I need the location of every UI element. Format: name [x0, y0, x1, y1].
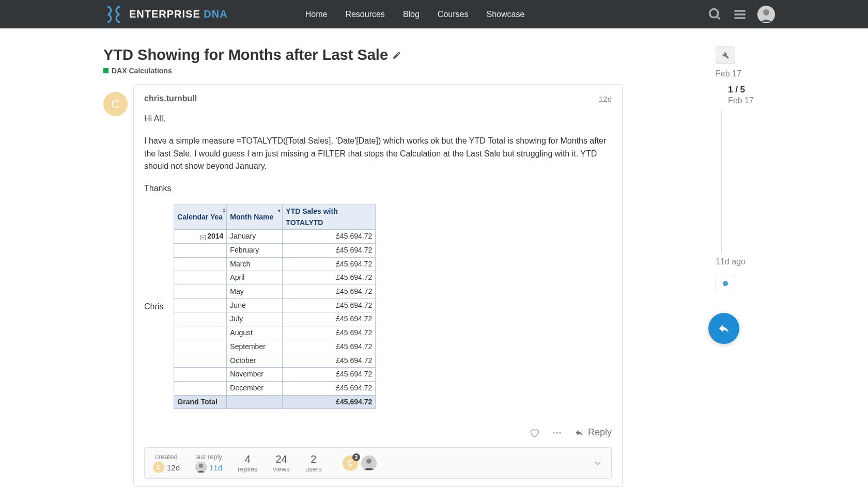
svg-point-2 — [107, 21, 110, 23]
table-header-ytd[interactable]: YTD Sales with TOTALYTD — [283, 204, 376, 229]
topic-stats-bar: created C 12d last reply 11d — [144, 447, 612, 479]
timeline-current-date: Feb 17 — [728, 96, 778, 105]
post-thanks: Thanks — [144, 182, 612, 195]
chevron-down-icon[interactable] — [593, 458, 603, 468]
post-greeting: Hi All, — [144, 113, 612, 125]
table-row: March£45,694.72 — [174, 257, 376, 271]
category-color-badge — [103, 68, 109, 73]
heart-icon[interactable] — [529, 428, 539, 438]
table-row: August£45,694.72 — [174, 326, 376, 340]
reply-arrow-icon — [575, 428, 584, 437]
svg-point-3 — [118, 21, 120, 23]
timeline-start-date[interactable]: Feb 17 — [716, 69, 778, 78]
reply-fab-button[interactable] — [708, 313, 739, 344]
participant-avatar-2[interactable] — [361, 455, 377, 471]
svg-line-5 — [717, 16, 720, 19]
collapse-icon[interactable]: − — [200, 235, 206, 240]
topic-title: YTD Showing for Months after Last Sale — [103, 46, 623, 64]
participant-avatar-1[interactable]: C3 — [343, 455, 358, 471]
nav-resources[interactable]: Resources — [345, 10, 384, 19]
table-row: November£45,694.72 — [174, 368, 376, 382]
post-count-badge: 3 — [352, 453, 360, 461]
svg-point-4 — [710, 9, 718, 17]
logo-text: ENTERPRISE DNA — [129, 8, 228, 20]
svg-point-15 — [199, 464, 203, 468]
nav-courses[interactable]: Courses — [438, 10, 469, 19]
table-row: October£45,694.72 — [174, 354, 376, 368]
stat-views: 24 views — [273, 453, 290, 473]
svg-point-13 — [559, 432, 561, 433]
svg-point-0 — [107, 6, 110, 8]
timeline-tracking-button[interactable] — [716, 275, 735, 292]
table-row: −2014 January £45,694.72 — [174, 230, 376, 244]
site-header: ENTERPRISE DNA Home Resources Blog Cours… — [0, 0, 868, 28]
table-row: July£45,694.72 — [174, 312, 376, 326]
topic-admin-button[interactable] — [716, 46, 735, 64]
site-logo[interactable]: ENTERPRISE DNA — [103, 4, 228, 25]
search-icon[interactable] — [708, 7, 722, 22]
table-row: May£45,694.72 — [174, 285, 376, 299]
author-username[interactable]: chris.turnbull — [144, 94, 197, 103]
dna-icon — [103, 4, 124, 25]
table-row: December£45,694.72 — [174, 381, 376, 395]
category-link[interactable]: DAX Calculations — [103, 67, 623, 75]
svg-point-12 — [556, 432, 557, 433]
ellipsis-icon[interactable] — [552, 428, 562, 438]
tracking-dot-icon — [723, 281, 728, 286]
table-row: February£45,694.72 — [174, 244, 376, 258]
mini-avatar-last-replier — [195, 462, 207, 473]
reply-button[interactable]: Reply — [575, 427, 612, 438]
reply-arrow-icon — [718, 322, 730, 335]
table-total-row: Grand Total £45,694.72 — [174, 395, 376, 409]
svg-point-10 — [763, 9, 769, 15]
table-row: June£45,694.72 — [174, 298, 376, 312]
timeline-sidebar: Feb 17 1 / 5 Feb 17 11d ago — [716, 46, 778, 487]
svg-point-11 — [553, 432, 554, 433]
stat-replies: 4 replies — [238, 453, 257, 473]
post-body-text: I have a simple measure =TOTALYTD([Total… — [144, 135, 612, 173]
hamburger-icon[interactable] — [733, 7, 747, 22]
wrench-icon — [721, 51, 730, 59]
timeline-scrubber[interactable] — [721, 109, 778, 254]
timeline-position: 1 / 5 — [728, 85, 778, 95]
mini-avatar-creator[interactable]: C — [153, 462, 164, 473]
nav-home[interactable]: Home — [305, 10, 328, 19]
table-header-month[interactable]: Month Name▾ — [227, 204, 283, 229]
user-avatar[interactable] — [757, 6, 775, 23]
post-age[interactable]: 12d — [599, 95, 612, 103]
stat-users: 2 users — [305, 453, 322, 473]
svg-point-17 — [366, 459, 371, 464]
timeline-end-date[interactable]: 11d ago — [716, 257, 778, 266]
nav-blog[interactable]: Blog — [403, 10, 420, 19]
pencil-icon[interactable] — [392, 51, 401, 60]
nav-showcase[interactable]: Showcase — [486, 10, 524, 19]
table-header-year[interactable]: Calendar Yea⫱ — [174, 204, 227, 229]
table-row: September£45,694.72 — [174, 340, 376, 354]
stat-created: created C 12d — [153, 453, 180, 473]
stat-last-reply[interactable]: last reply 11d — [195, 453, 222, 473]
post-card: chris.turnbull 12d Hi All, I have a simp… — [133, 84, 623, 487]
table-row: April£45,694.72 — [174, 271, 376, 285]
main-nav: Home Resources Blog Courses Showcase — [305, 10, 525, 19]
post-signature: Chris — [144, 301, 163, 313]
created-age: 12d — [167, 463, 180, 472]
svg-point-1 — [118, 6, 120, 8]
author-avatar[interactable]: C — [103, 92, 128, 116]
ytd-sales-table: Calendar Yea⫱ Month Name▾ YTD Sales with… — [174, 204, 376, 409]
